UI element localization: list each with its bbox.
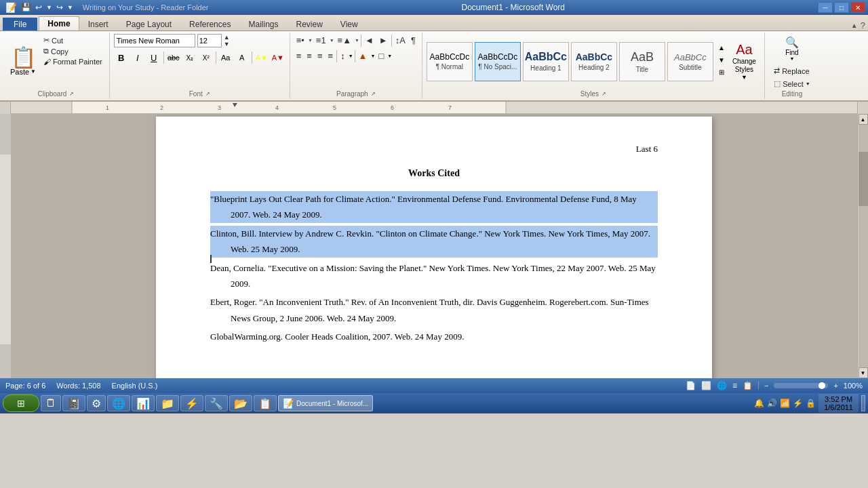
view-print-btn[interactable]: 📄: [686, 381, 696, 390]
save-qa-btn[interactable]: 💾: [21, 3, 31, 12]
view-web-btn[interactable]: 🌐: [717, 381, 727, 390]
tray-icon-1[interactable]: 🔔: [754, 399, 764, 408]
show-desktop-btn[interactable]: [861, 395, 865, 411]
ribbon-help-btn[interactable]: ?: [861, 20, 865, 30]
tray-icon-5[interactable]: 🔒: [806, 399, 816, 408]
citation-2[interactable]: Clinton, Bill. Interview by Andrew C. Re…: [210, 226, 658, 258]
citation-3[interactable]: Dean, Cornelia. "Executive on a Mission:…: [210, 260, 658, 292]
taskbar-app-tool[interactable]: ⚙: [87, 395, 106, 411]
font-name-input[interactable]: [114, 34, 195, 47]
taskbar-app-onenote[interactable]: 📓: [62, 395, 85, 411]
scroll-down-btn[interactable]: ▼: [859, 367, 868, 378]
line-spacing-dropdown[interactable]: ▼: [349, 54, 353, 58]
align-center-button[interactable]: ≡: [304, 49, 314, 62]
view-draft-btn[interactable]: 📋: [743, 381, 753, 390]
clipboard-expand-btn[interactable]: ↗: [69, 91, 74, 97]
style-subtitle[interactable]: AaBbCc Subtitle: [667, 42, 713, 81]
cut-button[interactable]: ✂ Cut: [41, 35, 105, 45]
tab-view[interactable]: View: [332, 17, 367, 30]
scroll-up-btn[interactable]: ▲: [859, 114, 868, 125]
shading-dropdown[interactable]: ▼: [370, 54, 375, 58]
shading-button[interactable]: ▲: [357, 49, 370, 62]
styles-scroll-down[interactable]: ▼: [716, 56, 727, 67]
taskbar-app-settings[interactable]: 🔧: [205, 395, 228, 411]
view-full-screen-btn[interactable]: ⬜: [701, 381, 711, 390]
find-dropdown[interactable]: ▼: [789, 56, 794, 61]
font-color-button[interactable]: A▼: [271, 50, 285, 65]
undo-qa-btn[interactable]: ↩: [35, 3, 42, 12]
tab-insert[interactable]: Insert: [79, 17, 117, 30]
strikethrough-button[interactable]: abc: [166, 50, 181, 65]
font-expand-btn[interactable]: ↗: [205, 91, 210, 97]
bold-button[interactable]: B: [114, 50, 129, 65]
numbering-button[interactable]: ≡1: [314, 34, 328, 47]
paste-dropdown-arrow[interactable]: ▼: [31, 68, 36, 75]
tab-home[interactable]: Home: [39, 16, 79, 30]
taskbar-app-media[interactable]: ⚡: [180, 395, 203, 411]
align-left-button[interactable]: ≡: [294, 49, 304, 62]
style-heading2[interactable]: AaBbCc Heading 2: [571, 42, 617, 81]
minimize-btn[interactable]: ─: [818, 2, 833, 13]
taskbar-word-window[interactable]: 📝 Document1 - Microsof...: [278, 395, 373, 411]
zoom-out-btn[interactable]: −: [764, 382, 768, 390]
find-button[interactable]: 🔍 Find ▼: [771, 34, 813, 63]
copy-button[interactable]: ⧉ Copy: [41, 46, 105, 56]
citation-5[interactable]: GlobalWarming.org. Cooler Heads Coalitio…: [210, 329, 658, 344]
change-case-button[interactable]: Aa: [218, 50, 233, 65]
show-hide-button[interactable]: ¶: [409, 34, 418, 47]
tab-mailings[interactable]: Mailings: [239, 17, 287, 30]
styles-expand-btn[interactable]: ↗: [601, 91, 606, 97]
tab-file[interactable]: File: [3, 18, 37, 30]
justify-button[interactable]: ≡: [326, 49, 336, 62]
line-spacing-button[interactable]: ↕: [338, 49, 347, 62]
taskbar-app-folder[interactable]: 📁: [156, 395, 179, 411]
start-button[interactable]: ⊞: [3, 394, 39, 412]
select-dropdown[interactable]: ▼: [806, 81, 810, 86]
tab-page-layout[interactable]: Page Layout: [117, 17, 180, 30]
close-btn[interactable]: ✕: [850, 2, 865, 13]
font-grow-btn[interactable]: ▲: [224, 35, 230, 41]
taskbar-app-vb[interactable]: 📊: [132, 395, 155, 411]
bullets-dropdown[interactable]: ▼: [308, 38, 313, 43]
multilevel-dropdown[interactable]: ▼: [355, 38, 359, 43]
select-button[interactable]: ⬚ Select ▼: [771, 79, 813, 89]
view-outline-btn[interactable]: ≡: [732, 381, 737, 390]
tray-icon-3[interactable]: 📶: [780, 399, 790, 408]
superscript-button[interactable]: X²: [199, 50, 214, 65]
change-styles-button[interactable]: Aa ChangeStyles ▼: [728, 39, 760, 83]
ribbon-minimize-btn[interactable]: ▲: [851, 22, 858, 29]
highlight-button[interactable]: A▼: [254, 50, 269, 65]
tab-review[interactable]: Review: [287, 17, 331, 30]
citation-4[interactable]: Ebert, Roger. "An Inconvenient Truth." R…: [210, 294, 658, 326]
style-heading1[interactable]: AaBbCc Heading 1: [523, 42, 569, 81]
customize-qa-btn[interactable]: ▼: [67, 4, 73, 11]
multilevel-button[interactable]: ≡▲: [336, 34, 353, 47]
taskbar-app-notes[interactable]: 🗒: [41, 395, 61, 411]
style-nospace[interactable]: AaBbCcDc ¶ No Spaci...: [475, 42, 521, 81]
underline-button[interactable]: U: [146, 50, 161, 65]
italic-button[interactable]: I: [130, 50, 145, 65]
system-clock[interactable]: 3:52 PM 1/6/2011: [818, 394, 859, 413]
subscript-button[interactable]: X₂: [182, 50, 197, 65]
font-shrink-btn[interactable]: ▼: [224, 41, 230, 47]
zoom-slider[interactable]: [774, 383, 828, 388]
tray-icon-2[interactable]: 🔊: [767, 399, 777, 408]
tab-references[interactable]: References: [180, 17, 239, 30]
format-painter-button[interactable]: 🖌 Format Painter: [41, 57, 105, 66]
borders-dropdown[interactable]: ▼: [387, 54, 392, 58]
styles-scroll-up[interactable]: ▲: [716, 44, 727, 55]
paste-button[interactable]: 📋 Paste ▼: [7, 34, 39, 89]
sort-button[interactable]: ↕A: [393, 34, 408, 47]
numbering-dropdown[interactable]: ▼: [330, 38, 334, 43]
clear-format-button[interactable]: A: [235, 50, 250, 65]
taskbar-app-explorer[interactable]: 📂: [229, 395, 252, 411]
maximize-btn[interactable]: □: [834, 2, 849, 13]
align-right-button[interactable]: ≡: [315, 49, 325, 62]
undo-dropdown-btn[interactable]: ▼: [46, 4, 52, 11]
redo-qa-btn[interactable]: ↪: [56, 3, 63, 12]
borders-button[interactable]: □: [376, 49, 386, 62]
bullets-button[interactable]: ≡•: [294, 34, 307, 47]
replace-button[interactable]: ⇄ Replace: [771, 66, 813, 76]
citation-1[interactable]: "Blueprint Lays Out Clear Path for Clima…: [210, 191, 658, 223]
paragraph-expand-btn[interactable]: ↗: [371, 91, 376, 97]
